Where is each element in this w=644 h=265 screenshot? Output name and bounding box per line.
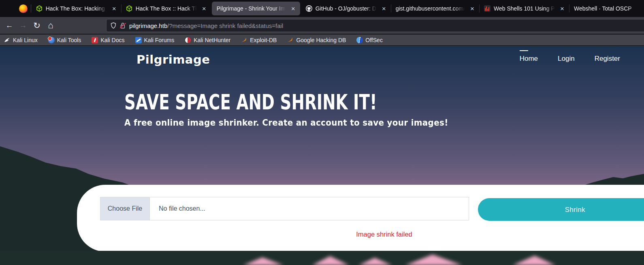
- github-icon: [306, 5, 312, 12]
- kali-docs-icon: [92, 37, 98, 43]
- foreground-ridge: [0, 251, 644, 265]
- ghdb-bird-icon: [287, 37, 294, 43]
- upload-panel: Choose File No file chosen... Shrink Ima…: [77, 185, 644, 252]
- bookmark-kali-docs[interactable]: Kali Docs: [92, 37, 124, 43]
- insecure-lock-icon[interactable]: [120, 22, 126, 29]
- kali-tools-icon: [48, 37, 55, 43]
- bookmark-label: OffSec: [365, 37, 383, 43]
- bookmark-label: Kali Docs: [100, 37, 124, 43]
- offsec-icon: [356, 37, 363, 43]
- bookmark-kali-nethunter[interactable]: Kali NetHunter: [185, 37, 230, 43]
- shield-icon[interactable]: [111, 22, 116, 29]
- kali-forums-icon: [135, 37, 142, 43]
- reload-icon[interactable]: ↻: [30, 17, 44, 34]
- close-icon[interactable]: ×: [290, 5, 296, 12]
- tab-github-gobuster[interactable]: GitHub - OJ/gobuster: Dir ×: [301, 0, 391, 17]
- bookmark-label: Kali Tools: [57, 37, 81, 43]
- home-icon[interactable]: ⌂: [44, 17, 58, 34]
- tab-title: Hack The Box :: Hack The B: [136, 5, 198, 12]
- kali-nethunter-icon: [185, 37, 191, 43]
- hero-subtitle: A free online image shrinker. Create an …: [124, 118, 448, 128]
- exploit-db-bird-icon: [241, 37, 247, 43]
- bookmark-label: Kali NetHunter: [194, 37, 230, 43]
- tab-webshell-oscp[interactable]: Webshell · Total OSCP: [569, 0, 644, 17]
- tab-title: GitHub - OJ/gobuster: Dir: [316, 5, 378, 12]
- error-message: Image shrink failed: [100, 231, 644, 238]
- forward-icon[interactable]: →: [16, 17, 30, 34]
- nav-register[interactable]: Register: [595, 55, 620, 63]
- firefox-button[interactable]: [16, 0, 31, 17]
- close-icon[interactable]: ×: [559, 5, 565, 12]
- hackthebox-cube-icon: [36, 5, 43, 12]
- site-nav: Home Login Register: [520, 55, 620, 63]
- tab-title: gist.githubusercontent.com/j: [396, 5, 466, 12]
- bookmark-exploit-db[interactable]: Exploit-DB: [241, 37, 277, 43]
- bookmark-label: Exploit-DB: [250, 37, 277, 43]
- url-path: /?message=Image shrink failed&status=fai…: [167, 22, 283, 29]
- bookmarks-bar: Kali Linux Kali Tools Kali Docs Kali For…: [0, 34, 644, 45]
- bookmark-kali-linux[interactable]: Kali Linux: [4, 37, 38, 43]
- tab-bar: Hack The Box: Hacking Tra × Hack The Box…: [0, 0, 644, 17]
- webpage-viewport: Pilgrimage Home Login Register SAVE SPAC…: [0, 45, 644, 265]
- firefox-icon: [19, 4, 28, 13]
- tab-hackthebox-machine[interactable]: Hack The Box :: Hack The B ×: [121, 0, 211, 17]
- tab-title: Pilgrimage - Shrink Your Imag: [217, 5, 287, 12]
- close-icon[interactable]: ×: [381, 5, 387, 12]
- nav-home[interactable]: Home: [520, 55, 538, 63]
- tab-title: Hack The Box: Hacking Tra: [46, 5, 108, 12]
- shrink-button[interactable]: Shrink: [478, 198, 644, 221]
- tab-title: Webshell · Total OSCP: [574, 5, 640, 12]
- choose-file-button[interactable]: Choose File: [100, 197, 150, 220]
- tab-gist[interactable]: gist.githubusercontent.com/j ×: [391, 0, 479, 17]
- bookmark-label: Kali Forums: [144, 37, 175, 43]
- url-host: pilgrimage.htb: [129, 22, 167, 29]
- close-icon[interactable]: ×: [111, 5, 117, 12]
- bookmark-kali-forums[interactable]: Kali Forums: [135, 37, 175, 43]
- url-text: pilgrimage.htb/?message=Image shrink fai…: [129, 22, 283, 29]
- file-input-placeholder: No file chosen...: [150, 197, 205, 220]
- bookmark-google-hacking-db[interactable]: Google Hacking DB: [287, 37, 346, 43]
- hero-section: SAVE SPACE AND SHRINK IT! A free online …: [124, 90, 465, 128]
- tab-hackthebox-training[interactable]: Hack The Box: Hacking Tra ×: [31, 0, 121, 17]
- close-icon[interactable]: ×: [201, 5, 207, 12]
- bookmark-label: Kali Linux: [13, 37, 38, 43]
- tab-pilgrimage-active[interactable]: Pilgrimage - Shrink Your Imag ×: [212, 2, 300, 15]
- kali-dragon-icon: [4, 37, 11, 43]
- bookmark-offsec[interactable]: OffSec: [356, 37, 383, 43]
- close-icon[interactable]: ×: [469, 5, 475, 12]
- site-brand[interactable]: Pilgrimage: [136, 53, 210, 66]
- tab-webshells-101[interactable]: Web Shells 101 Using PHP ×: [479, 0, 569, 17]
- bookmark-label: Google Hacking DB: [296, 37, 346, 43]
- navigation-toolbar: ← → ↻ ⌂ pilgrimage.htb/?message=Image sh…: [0, 17, 644, 34]
- file-input[interactable]: Choose File No file chosen...: [100, 197, 469, 220]
- hero-title: SAVE SPACE AND SHRINK IT!: [124, 90, 384, 114]
- bookmark-kali-tools[interactable]: Kali Tools: [48, 37, 81, 43]
- hackthebox-cube-icon: [126, 5, 132, 12]
- nav-login[interactable]: Login: [558, 55, 575, 63]
- tab-title: Web Shells 101 Using PHP: [494, 5, 556, 12]
- url-bar[interactable]: pilgrimage.htb/?message=Image shrink fai…: [106, 19, 644, 32]
- back-icon[interactable]: ←: [2, 17, 16, 34]
- acunetix-icon: [484, 5, 490, 12]
- site-header: Pilgrimage Home Login Register: [0, 46, 644, 74]
